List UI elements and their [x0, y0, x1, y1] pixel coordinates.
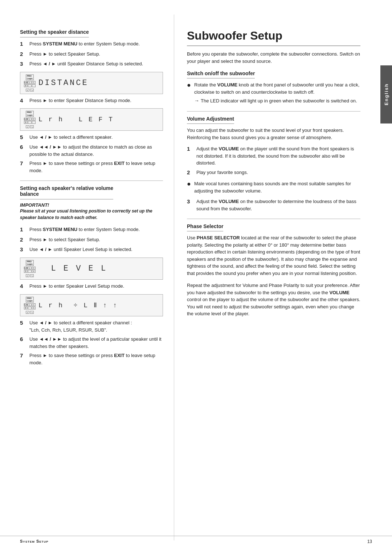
section1-steps-continued: 4 Press ► to enter Speaker Distance Setu… [20, 97, 163, 105]
extra-icons-3: ↙ ↘ [26, 274, 34, 277]
right-column: Subwoofer Setup Before you operate the s… [174, 15, 380, 540]
vol-step-3: 3 Adjust the VOLUME on the subwoofer to … [187, 198, 360, 212]
display-left-panel-4: PROLogic SUB L C B A ↙ ↘ [24, 297, 36, 314]
pro-logic-badge-3: PROLogic [26, 260, 34, 266]
vol-step-1: 1 Adjust the VOLUME on the player until … [187, 145, 360, 167]
step-2-7: 7 Press ► to save these settings or pres… [20, 352, 163, 366]
side-tab-label: English [384, 84, 389, 106]
extra-icons-2: ↙ ↘ [26, 125, 34, 128]
section2-steps-c: 5 Use ◄ / ► to select a different speake… [20, 319, 163, 366]
ch-rs [32, 84, 36, 87]
ch-sub: SUB [24, 81, 28, 84]
ch-ls [28, 84, 32, 87]
important-block: IMPORTANT! Please sit at your usual list… [20, 202, 163, 221]
display-box-4: PROLogic SUB L C B A ↙ ↘ L r h ÷ L Ⅱ ↑ ↑ [20, 294, 163, 316]
step-2-3: 3 Use ◄ / ► until Speaker Level Setup is… [20, 246, 163, 254]
step-1-3: 3 Press ◄ / ► until Speaker Distance Set… [20, 60, 163, 68]
display-left-panel-1: PROLogic SUB L C B ↙ ↘ [24, 74, 36, 92]
display-box-3: PROLogic SUB L C B A ↙ ↘ L E V E L [20, 258, 163, 280]
phase-title: Phase Selector [187, 223, 223, 231]
volume-bullet: ● Male vocal tunes containing bass sound… [187, 180, 360, 194]
volume-section: Volume Adjustment You can adjust the sub… [187, 116, 360, 212]
section1-title: Setting the speaker distance [20, 29, 89, 37]
step-2-2: 2 Press ► to select Speaker Setup. [20, 236, 163, 244]
pro-logic-badge-1: PROLogic [26, 74, 34, 80]
step-2-1: 1 Press SYSTEM MENU to enter System Setu… [20, 226, 163, 234]
switch-bullet-1: ● Rotate the VOLUME knob at the front pa… [187, 81, 360, 105]
pro-logic-badge-2: PROLogic [26, 111, 34, 117]
step-1-2: 2 Press ► to select Speaker Setup. [20, 50, 163, 58]
section-separator-1 [20, 181, 163, 181]
volume-intro: You can adjust the subwoofer to suit the… [187, 127, 360, 141]
section1-steps: 1 Press SYSTEM MENU to enter System Setu… [20, 40, 163, 68]
volume-steps: 1 Adjust the VOLUME on the player until … [187, 145, 360, 177]
display-left-panel-3: PROLogic SUB L C B A ↙ ↘ [24, 260, 36, 277]
speaker-distance-section: Setting the speaker distance 1 Press SYS… [20, 29, 163, 174]
step-1-6: 6 Use ◄◄ / ►► to adjust the distance to … [20, 143, 163, 158]
channel-indicators-1: SUB L C B [24, 81, 36, 87]
section-separator-2 [187, 111, 360, 112]
display-text-1: DISTANCE [38, 78, 159, 88]
ch-c: C [32, 81, 36, 84]
switch-bullets: ● Rotate the VOLUME knob at the front pa… [187, 81, 360, 105]
left-column: Setting the speaker distance 1 Press SYS… [0, 15, 174, 540]
display-text-4: L r h ÷ L Ⅱ ↑ ↑ [38, 301, 159, 309]
important-text: Please sit at your usual listening posit… [20, 208, 163, 221]
channel-indicators-3: SUB L C B A [24, 267, 36, 273]
channel-indicators-4: SUB L C B A [24, 303, 36, 309]
step-2-6: 6 Use ◄◄ / ►► to adjust the level of a p… [20, 336, 163, 350]
step-2-5: 5 Use ◄ / ► to select a different speake… [20, 319, 163, 333]
speaker-level-section: Setting each speaker's relative volumeba… [20, 185, 163, 366]
switch-title: Switch on/off the subwoofer [187, 70, 255, 78]
step-1-4: 4 Press ► to enter Speaker Distance Setu… [20, 97, 163, 105]
footer: System Setup 13 [0, 536, 392, 544]
switch-section: Switch on/off the subwoofer ● Rotate the… [187, 70, 360, 105]
section2-title: Setting each speaker's relative volumeba… [20, 185, 113, 199]
footer-left: System Setup [20, 539, 49, 544]
step-1-1: 1 Press SYSTEM MENU to enter System Setu… [20, 40, 163, 48]
volume-steps-b: 3 Adjust the VOLUME on the subwoofer to … [187, 198, 360, 212]
display-box-1: PROLogic SUB L C B ↙ ↘ DISTANCE [20, 72, 163, 94]
section2-steps: 1 Press SYSTEM MENU to enter System Setu… [20, 226, 163, 254]
section1-steps-rest: 5 Use ◄ / ► to select a different speake… [20, 134, 163, 174]
phase-section: Phase Selector Use PHASE SELECTOR locate… [187, 223, 360, 317]
section-separator-3 [187, 219, 360, 219]
vol-step-2: 2 Play your favorite songs. [187, 169, 360, 177]
ch-l: L [28, 81, 32, 84]
pro-logic-badge-4: PROLogic [26, 297, 34, 303]
footer-right: 13 [367, 539, 372, 544]
step-2-4: 4 Press ► to enter Speaker Level Setup m… [20, 283, 163, 291]
volume-title: Volume Adjustment [187, 116, 234, 124]
display-left-panel-2: PROLogic SUB L C B ↙ ↘ [24, 111, 36, 128]
intro-text: Before you operate the subwoofer, comple… [187, 50, 360, 65]
phase-text2: Repeat the adjustment for Volume and Pha… [187, 282, 360, 317]
display-box-2: PROLogic SUB L C B ↙ ↘ L r h L E F T [20, 108, 163, 130]
important-label: IMPORTANT! [20, 202, 163, 208]
channel-indicators-2: SUB L C B [24, 118, 36, 124]
vol-bullet: ● Male vocal tunes containing bass sound… [187, 180, 360, 194]
phase-text1: Use PHASE SELECTOR located at the rear o… [187, 234, 360, 277]
extra-icons-4: ↙ ↘ [26, 311, 34, 314]
display-text-2: L r h L E F T [38, 116, 159, 123]
side-tab: English [380, 65, 392, 123]
section2-steps-b: 4 Press ► to enter Speaker Level Setup m… [20, 283, 163, 291]
display-text-3: L E V E L [38, 264, 159, 273]
ch-r: B [24, 84, 28, 87]
step-1-5: 5 Use ◄ / ► to select a different speake… [20, 134, 163, 142]
step-1-7: 7 Press ► to save these settings or pres… [20, 160, 163, 174]
page-title: Subwoofer Setup [187, 29, 360, 46]
extra-icons-1: ↙ ↘ [26, 89, 34, 92]
